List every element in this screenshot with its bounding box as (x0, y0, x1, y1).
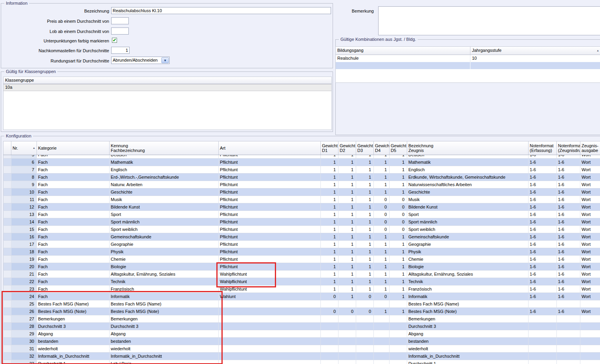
konfiguration-table-row[interactable]: 25Bestes Fach MSG (Name)Bestes Fach MSG … (4, 300, 600, 308)
konfiguration-table-row[interactable]: 21FachAlltagskultur, Ernährung, Soziales… (4, 271, 600, 278)
row-selector (4, 203, 11, 211)
konfiguration-table-row[interactable]: 26Bestes Fach MSG (Note)Bestes Fach MSG … (4, 308, 600, 315)
konfiguration-table-row[interactable]: 14FachSport männlichPflichtunt11100Sport… (4, 218, 600, 226)
cell-notenformat-zeugnisdruck: 1-6 (557, 203, 580, 211)
cell-zeugnisausgabe: Wort (580, 233, 600, 241)
header-gewicht-d2[interactable]: GewichtD2 (338, 141, 356, 155)
header-klassengruppe[interactable]: Klassengruppe (4, 77, 331, 84)
konfiguration-table-row[interactable]: 18FachPhysikPflichtunt11111Physik1-61-6W… (4, 248, 600, 256)
konfiguration-table-row[interactable]: 31wiederholtwiederholtwiederholt (4, 345, 600, 353)
header-jahrgangsstufe[interactable]: Jahrgangsstufe ▲ (470, 47, 600, 55)
header-kategorie[interactable]: Kategorie (37, 141, 110, 155)
konfiguration-table-row[interactable]: 19FachChemiePflichtunt11111Chemie1-61-6W… (4, 256, 600, 263)
konfiguration-table-row[interactable]: 8FachErd-,Wirtsch.-,GemeinschaftskundePf… (4, 174, 600, 181)
cell-gewicht-d3: 1 (356, 203, 374, 211)
cell-gewicht-d2: 1 (338, 155, 356, 159)
cell-gewicht-d4: 1 (374, 181, 390, 188)
cell-kategorie: Bemerkungen (37, 315, 110, 323)
cell-gewicht-d3 (356, 330, 374, 338)
row-selector (4, 174, 11, 181)
konfiguration-table-row[interactable]: 27BemerkungenBemerkungenBemerkungen (4, 315, 600, 323)
lob-input[interactable] (111, 27, 129, 35)
konfiguration-table-row[interactable]: 7FachEnglischPflichtunt11111Englisch1-61… (4, 166, 600, 174)
cell-notenformat-zeugnisdruck: 1-6 (557, 271, 580, 278)
header-gewicht-d1[interactable]: GewichtD1 (321, 141, 338, 155)
cell-notenformat-zeugnisdruck: 1-6 (557, 293, 580, 300)
cell-gewicht-d4: 0 (374, 196, 390, 203)
cell-notenformat-zeugnisdruck: 1-6 (557, 166, 580, 174)
konfiguration-table: Nr. ▲ Kategorie Kennung Fachbezeichnung … (3, 141, 600, 364)
preis-input[interactable] (111, 17, 129, 24)
header-kennung[interactable]: Kennung Fachbezeichnung (110, 141, 219, 155)
bezeichnung-input[interactable] (111, 7, 331, 14)
cell-notenformat-erfassung: 1-6 (529, 241, 557, 248)
cell-kategorie: Bestes Fach MSG (Note) (37, 308, 110, 315)
cell-gewicht-d2: 1 (338, 203, 356, 211)
konfiguration-table-row[interactable]: 16FachGemeinschaftskundePflichtunt11111G… (4, 233, 600, 241)
kombinationen-row[interactable]: Realschule 10 (336, 55, 600, 62)
rundungsart-select[interactable]: Abrunden/Abschneiden ▾ (111, 57, 170, 64)
unterpunktungen-checkbox[interactable]: ✔ (112, 38, 117, 43)
konfiguration-table-row[interactable]: 28Durchschnitt 3Durchschnitt 3Durchschni… (4, 323, 600, 330)
konfiguration-table-row[interactable]: 17FachGeographiePflichtunt11111Geographi… (4, 241, 600, 248)
bemerkung-textarea[interactable] (378, 6, 600, 35)
cell-bezeichnung-zeugnis: Englisch (407, 166, 529, 174)
header-notenformat-erfassung[interactable]: Notenformat (Erfassung) (529, 141, 557, 155)
header-notenformat-zeugnisdruck[interactable]: Notenformat (Zeugnisdruck) (557, 141, 580, 155)
cell-gewicht-d2 (338, 323, 356, 330)
cell-notenformat-zeugnisdruck: 1-6 (557, 233, 580, 241)
konfiguration-table-row[interactable]: 33Durchschnitt 1Lob / PreisDurchschnitt … (4, 360, 600, 364)
konfiguration-table-row[interactable]: 23FachFranzösischWahlpflichtunt11111Fran… (4, 285, 600, 293)
konfiguration-table-row[interactable]: 24FachInformatikWahlunt01001Informatik1-… (4, 293, 600, 300)
dropdown-button[interactable]: ▾ (161, 57, 169, 63)
cell-nr: 7 (11, 166, 37, 174)
cell-gewicht-d5: 1 (390, 308, 407, 315)
header-gewicht-d3[interactable]: GewichtD3 (356, 141, 374, 155)
konfiguration-table-row[interactable]: 30bestandenbestandenbestanden (4, 338, 600, 345)
cell-gewicht-d4 (374, 330, 390, 338)
header-gewicht-d4[interactable]: GewichtD4 (374, 141, 390, 155)
konfiguration-table-row[interactable]: 32Informatik_in_DurchschnittInformatik_i… (4, 353, 600, 360)
konfiguration-table-row[interactable]: 15FachSport weiblichPflichtunt11100Sport… (4, 226, 600, 233)
cell-notenformat-zeugnisdruck: 1-6 (557, 174, 580, 181)
rundungsart-selected-value: Abrunden/Abschneiden (112, 57, 161, 64)
cell-bildungsgang (336, 62, 470, 69)
konfiguration-table-row[interactable]: 29AbgangAbgangAbgang (4, 330, 600, 338)
row-selector (4, 211, 11, 218)
header-gewicht-d5[interactable]: GewichtD5 (390, 141, 407, 155)
konfiguration-table-row[interactable]: 22FachTechnikWahlpflichtunt11111Technik1… (4, 278, 600, 285)
nachkommastellen-input[interactable] (111, 47, 130, 54)
cell-zeugnisausgabe: Wort (580, 196, 600, 203)
cell-gewicht-d3: 0 (356, 308, 374, 315)
header-bezeichnung-zeugnis[interactable]: Bezeichnung Zeugnis (407, 141, 529, 155)
cell-gewicht-d4: 1 (374, 256, 390, 263)
klassengruppen-group-label: Gültig für Klassengruppen (4, 69, 57, 74)
cell-art: Pflichtunt (219, 226, 321, 233)
header-art[interactable]: Art (219, 141, 321, 155)
cell-bezeichnung-zeugnis: Gemeinschaftskunde (407, 233, 529, 241)
cell-kennung: Informatik_in_Durchschnitt (110, 353, 219, 360)
cell-gewicht-d1: 1 (321, 174, 338, 181)
cell-kategorie: Fach (37, 159, 110, 166)
cell-kategorie: Fach (37, 203, 110, 211)
konfiguration-table-row[interactable]: 12FachBildende KunstPflichtunt11100Bilde… (4, 203, 600, 211)
konfiguration-table-row[interactable]: 5FachDeutschPflichtunt11111Deutsch1-61-6… (4, 155, 600, 159)
konfiguration-table-row[interactable]: 6FachMathematikPflichtunt11111Mathematik… (4, 159, 600, 166)
cell-notenformat-erfassung: 1-6 (529, 166, 557, 174)
konfiguration-table-row[interactable]: 20FachBiologiePflichtunt11111Biologie1-6… (4, 263, 600, 271)
konfiguration-table-row[interactable]: 13FachSportPflichtunt11100Sport1-61-6Wor… (4, 211, 600, 218)
cell-gewicht-d1: 1 (321, 226, 338, 233)
cell-kennung: Sport weiblich (110, 226, 219, 233)
cell-gewicht-d5: 1 (390, 233, 407, 241)
kombinationen-selected-empty-row[interactable] (336, 62, 600, 69)
header-zeugnisausgabe[interactable]: Zeugnis- ausgabe (580, 141, 600, 155)
cell-notenformat-erfassung: 1-6 (529, 263, 557, 271)
konfiguration-table-row[interactable]: 9FachNaturw. ArbeitenPflichtunt11111Natu… (4, 181, 600, 188)
klassengruppen-row[interactable]: 10a (4, 84, 331, 91)
header-nr[interactable]: Nr. ▲ (11, 141, 37, 155)
header-bildungsgang[interactable]: Bildungsgang (336, 47, 470, 55)
cell-kategorie: Fach (37, 248, 110, 256)
konfiguration-table-row[interactable]: 11FachMusikPflichtunt11100Musik1-61-6Wor… (4, 196, 600, 203)
konfiguration-table-row[interactable]: 10FachGeschichtePflichtunt11111Geschicht… (4, 188, 600, 196)
cell-bezeichnung-zeugnis: Bestes Fach MSG (Note) (407, 308, 529, 315)
